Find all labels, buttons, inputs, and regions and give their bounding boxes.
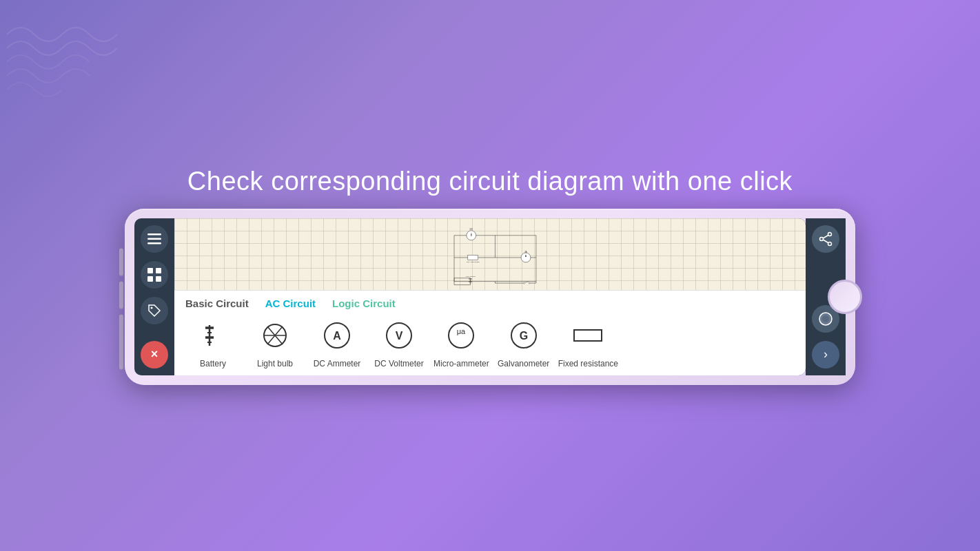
svg-text:1.5V, 500mΩ: 1.5V, 500mΩ bbox=[465, 276, 475, 278]
side-btn-2 bbox=[119, 281, 123, 309]
svg-text:10Ω, 0Percentage: 10Ω, 0Percentage bbox=[467, 260, 480, 262]
tab-ac-circuit[interactable]: AC Circuit bbox=[265, 298, 316, 309]
page-title: Check corresponding circuit diagram with… bbox=[187, 167, 793, 196]
svg-rect-60 bbox=[574, 330, 602, 341]
svg-line-65 bbox=[823, 240, 828, 243]
side-btn-1 bbox=[119, 248, 123, 276]
svg-text:G: G bbox=[519, 330, 527, 342]
dc-ammeter-icon: A bbox=[318, 316, 356, 355]
fixed-resistance-icon bbox=[569, 316, 607, 355]
svg-point-61 bbox=[828, 232, 832, 236]
left-side-buttons bbox=[119, 248, 123, 369]
component-galvanometer[interactable]: G Galvanometer bbox=[496, 316, 551, 368]
circuit-diagram: V V 15V A 3A 10Ω, 0Percentage bbox=[174, 218, 806, 290]
svg-rect-4 bbox=[156, 268, 161, 273]
tab-logic-circuit[interactable]: Logic Circuit bbox=[332, 298, 396, 309]
component-micro-ammeter[interactable]: μa Micro-ammeter bbox=[433, 316, 489, 368]
close-button[interactable]: × bbox=[141, 341, 168, 368]
grid-button[interactable] bbox=[141, 261, 168, 289]
svg-text:A: A bbox=[333, 330, 341, 342]
component-battery[interactable]: Battery bbox=[185, 316, 241, 368]
svg-point-63 bbox=[820, 237, 824, 240]
dc-voltmeter-icon: V bbox=[380, 316, 418, 355]
svg-point-36 bbox=[524, 282, 525, 284]
svg-point-67 bbox=[822, 315, 829, 322]
next-button[interactable]: › bbox=[812, 341, 839, 368]
svg-rect-2 bbox=[147, 242, 161, 245]
svg-point-7 bbox=[151, 306, 153, 309]
component-fixed-resistance[interactable]: Fixed resistance bbox=[558, 316, 618, 368]
bottom-panel: Basic Circuit AC Circuit Logic Circuit bbox=[174, 290, 806, 375]
tag-button[interactable] bbox=[141, 297, 168, 324]
tab-row: Basic Circuit AC Circuit Logic Circuit bbox=[185, 298, 795, 309]
fixed-resistance-label: Fixed resistance bbox=[558, 359, 618, 368]
micro-ammeter-icon: μa bbox=[442, 316, 480, 355]
share-button[interactable] bbox=[812, 225, 839, 253]
component-dc-ammeter[interactable]: A DC Ammeter bbox=[309, 316, 365, 368]
left-sidebar: × bbox=[134, 218, 174, 375]
svg-point-62 bbox=[828, 242, 832, 245]
svg-text:V: V bbox=[396, 330, 403, 342]
home-button[interactable] bbox=[828, 280, 862, 314]
tablet: × bbox=[125, 209, 855, 385]
svg-rect-5 bbox=[147, 276, 153, 282]
svg-line-38 bbox=[525, 281, 529, 282]
dc-voltmeter-label: DC Voltmeter bbox=[374, 359, 423, 368]
galvanometer-label: Galvanometer bbox=[498, 359, 549, 368]
micro-ammeter-label: Micro-ammeter bbox=[433, 359, 489, 368]
device-wrapper: × bbox=[125, 209, 855, 385]
dc-ammeter-label: DC Ammeter bbox=[314, 359, 361, 368]
home-btn-circle bbox=[828, 280, 862, 314]
light-bulb-icon bbox=[256, 316, 294, 355]
svg-rect-3 bbox=[147, 268, 153, 273]
circuit-canvas[interactable]: V V 15V A 3A 10Ω, 0Percentage bbox=[174, 218, 806, 290]
next-icon: › bbox=[824, 347, 828, 362]
svg-line-64 bbox=[823, 235, 828, 238]
tab-basic-circuit[interactable]: Basic Circuit bbox=[185, 298, 249, 309]
svg-rect-6 bbox=[156, 276, 161, 282]
svg-point-37 bbox=[529, 282, 530, 284]
components-row: Battery Light bulb bbox=[185, 316, 795, 368]
close-icon: × bbox=[151, 347, 159, 362]
battery-label: Battery bbox=[200, 359, 226, 368]
battery-icon bbox=[194, 316, 232, 355]
svg-rect-0 bbox=[147, 233, 161, 236]
svg-text:15V: 15V bbox=[469, 227, 473, 230]
svg-text:μa: μa bbox=[457, 327, 466, 335]
svg-rect-24 bbox=[468, 255, 478, 260]
galvanometer-icon: G bbox=[504, 316, 543, 355]
component-light-bulb[interactable]: Light bulb bbox=[247, 316, 303, 368]
svg-text:3A: 3A bbox=[524, 250, 527, 253]
main-content: V V 15V A 3A 10Ω, 0Percentage bbox=[174, 218, 806, 375]
light-bulb-label: Light bulb bbox=[257, 359, 293, 368]
menu-button[interactable] bbox=[141, 225, 168, 253]
component-dc-voltmeter[interactable]: V DC Voltmeter bbox=[371, 316, 427, 368]
side-btn-3 bbox=[119, 314, 123, 369]
svg-rect-1 bbox=[147, 238, 161, 240]
